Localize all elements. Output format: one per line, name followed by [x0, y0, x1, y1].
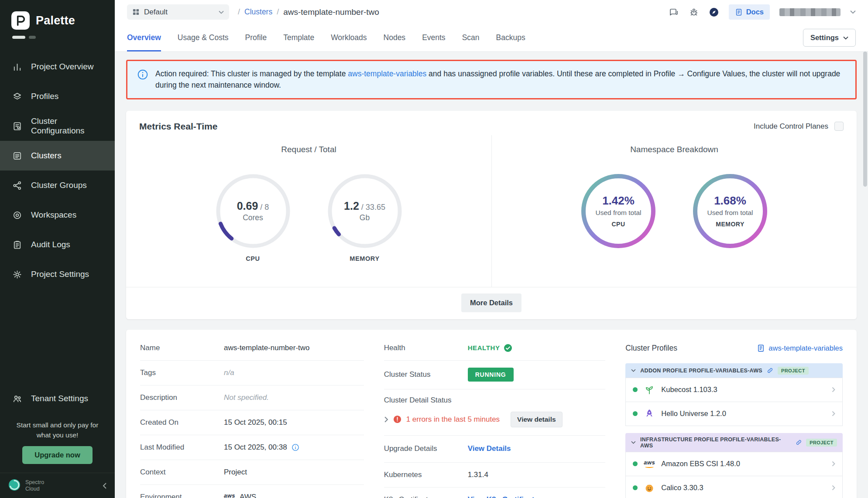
sidebar-item-label: Tenant Settings: [31, 394, 88, 403]
namespace-cpu-label: CPU: [611, 221, 625, 228]
pack-item-hello-universe[interactable]: Hello Universe 1.2.0: [625, 402, 843, 426]
project-selector[interactable]: Default: [127, 4, 229, 20]
info-icon: [137, 69, 148, 80]
pack-item-amazon-ebs-csi[interactable]: aws Amazon EBS CSI 1.48.0: [625, 452, 843, 476]
sidebar-item-workspaces[interactable]: Workspaces: [0, 200, 115, 230]
sidebar-item-audit-logs[interactable]: Audit Logs: [0, 230, 115, 259]
breadcrumb-separator: /: [277, 7, 279, 17]
infrastructure-profile-group: INFRASTRUCTURE PROFILE PROFILE-VARIABLES…: [625, 433, 843, 498]
upgrade-now-button[interactable]: Upgrade now: [22, 446, 93, 464]
more-details-button[interactable]: More Details: [461, 293, 521, 312]
kubernetes-row: Kubernetes 1.31.4: [384, 463, 606, 488]
link-icon: [767, 367, 773, 374]
chevron-down-icon: [631, 369, 636, 372]
tab-overview[interactable]: Overview: [127, 24, 161, 51]
running-status-badge[interactable]: RUNNING: [468, 368, 514, 382]
tab-workloads[interactable]: Workloads: [331, 24, 367, 51]
sidebar-item-label: Audit Logs: [31, 240, 70, 249]
spectro-cloud-logo-icon: [8, 478, 21, 493]
pack-name: Calico 3.30.3: [661, 484, 703, 492]
top-bar-actions: Docs: [669, 4, 856, 20]
sidebar-item-clusters[interactable]: Clusters: [0, 141, 115, 171]
include-control-planes: Include Control Planes: [754, 122, 844, 131]
field-label: Name: [140, 344, 224, 352]
info-icon[interactable]: [292, 443, 299, 451]
field-value: AWS: [240, 493, 256, 498]
page-scrollbar[interactable]: [863, 51, 867, 495]
user-account-redacted[interactable]: [779, 8, 841, 16]
chat-icon: [669, 7, 679, 17]
memory-total-value: / 33.65: [361, 203, 385, 211]
tab-nodes[interactable]: Nodes: [384, 24, 406, 51]
cluster-tabs: Overview Usage & Costs Profile Template …: [115, 24, 868, 52]
users-icon: [12, 394, 22, 404]
tab-backups[interactable]: Backups: [496, 24, 525, 51]
cluster-profiles-header: Cluster Profiles aws-template-variables: [625, 336, 843, 361]
infrastructure-profile-group-header[interactable]: INFRASTRUCTURE PROFILE PROFILE-VARIABLES…: [625, 433, 843, 452]
chevron-right-icon: [832, 411, 835, 416]
settings-button[interactable]: Settings: [803, 29, 856, 47]
field-context: Context Project: [140, 460, 364, 485]
docs-button[interactable]: Docs: [729, 4, 770, 20]
chevron-down-icon: [843, 36, 848, 40]
field-label: Context: [140, 468, 224, 477]
view-k8s-certificates-link[interactable]: View K8s Certificates: [468, 495, 543, 498]
tab-usage-costs[interactable]: Usage & Costs: [178, 24, 229, 51]
sidebar-item-profiles[interactable]: Profiles: [0, 82, 115, 111]
expander-chevron-icon[interactable]: [384, 416, 388, 423]
profile-group-name: ADDON PROFILE PROFILE-VARIABLES-AWS: [640, 368, 762, 374]
collapse-sidebar-button[interactable]: [103, 482, 107, 489]
pack-item-calico[interactable]: Calico 3.30.3: [625, 476, 843, 498]
sidebar-item-project-settings[interactable]: Project Settings: [0, 259, 115, 289]
status-dot-icon: [633, 387, 638, 392]
action-required-alert: Action required: This cluster is managed…: [126, 60, 857, 99]
addon-profile-group-header[interactable]: ADDON PROFILE PROFILE-VARIABLES-AWS PROJ…: [625, 363, 843, 378]
breadcrumb-clusters-link[interactable]: Clusters: [244, 7, 272, 17]
field-environment: Environment aws AWS: [140, 485, 364, 498]
explore-button[interactable]: [709, 7, 719, 17]
upgrade-view-details-link[interactable]: View Details: [468, 444, 511, 453]
sidebar-item-tenant-settings[interactable]: Tenant Settings: [0, 384, 115, 413]
sidebar-item-label: Project Settings: [31, 269, 89, 279]
field-value: 15 Oct 2025, 00:38: [224, 443, 287, 452]
template-profile-link[interactable]: aws-template-variables: [757, 344, 843, 352]
alert-template-link[interactable]: aws-template-variables: [348, 69, 426, 78]
project-scope-badge: PROJECT: [778, 367, 809, 375]
bug-report-button[interactable]: [689, 7, 699, 17]
config-doc-icon: [12, 121, 22, 131]
tab-events[interactable]: Events: [422, 24, 446, 51]
chevron-right-icon: [832, 387, 835, 392]
cluster-profiles-title: Cluster Profiles: [625, 344, 677, 353]
app-root: Palette Project Overview Profiles Cluste…: [0, 0, 868, 498]
sidebar-item-project-overview[interactable]: Project Overview: [0, 52, 115, 82]
status-dot-icon: [633, 461, 638, 466]
sidebar-item-cluster-groups[interactable]: Cluster Groups: [0, 171, 115, 200]
account-menu-button[interactable]: [850, 10, 856, 14]
scrollbar-thumb[interactable]: [863, 51, 867, 187]
cpu-request-value: 0.69: [237, 200, 258, 212]
sidebar-item-label: Cluster Groups: [31, 181, 87, 190]
metrics-realtime-card: Metrics Real-Time Include Control Planes…: [126, 111, 857, 319]
tab-profile[interactable]: Profile: [245, 24, 267, 51]
tab-scan[interactable]: Scan: [462, 24, 480, 51]
chevron-down-icon: [850, 10, 856, 14]
brand: Palette: [0, 0, 115, 33]
clipboard-icon: [12, 240, 22, 250]
breadcrumb: / Clusters / aws-template-number-two: [238, 7, 379, 17]
include-control-planes-checkbox[interactable]: [834, 122, 844, 131]
chevron-left-icon: [103, 482, 107, 489]
tab-template[interactable]: Template: [283, 24, 314, 51]
status-dot-icon: [633, 411, 638, 416]
cluster-details-card: Name aws-template-number-two Tags n/a De…: [126, 330, 857, 498]
sidebar-item-cluster-configurations[interactable]: Cluster Configurations: [0, 111, 115, 141]
compass-icon: [709, 7, 719, 17]
field-label: Health: [384, 344, 468, 352]
chat-button[interactable]: [669, 7, 679, 17]
pack-item-kubecost[interactable]: Kubecost 1.103.3: [625, 378, 843, 402]
field-tags: Tags n/a: [140, 361, 364, 385]
view-details-button[interactable]: View details: [511, 412, 562, 427]
errors-text: 1 errors in the last 5 minutes: [406, 415, 500, 424]
memory-gauge: 1.2/ 33.65 Gb MEMORY: [326, 173, 403, 262]
footer-line2: Cloud: [25, 486, 44, 492]
document-icon: [757, 344, 765, 352]
